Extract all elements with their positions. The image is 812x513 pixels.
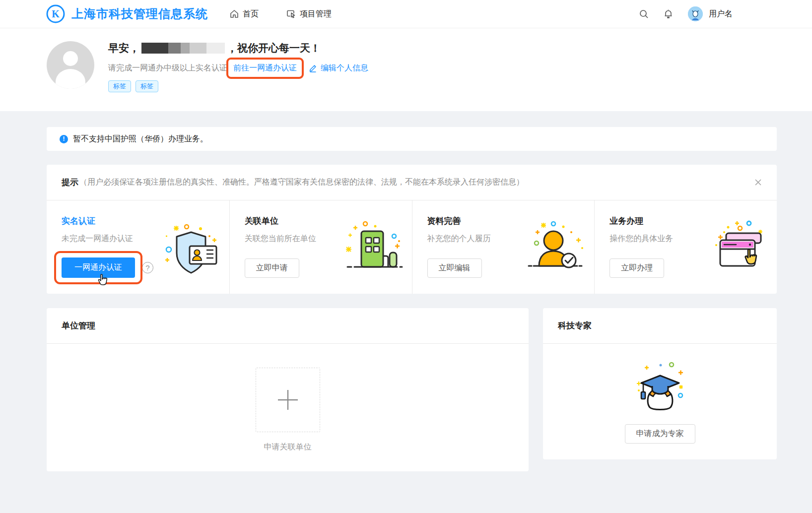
brand-logo-icon: K (46, 4, 66, 24)
nav-item-project-management[interactable]: 项目管理 (286, 9, 332, 19)
tips-title: 提示 (62, 177, 78, 188)
greeting-prefix: 早安， (108, 41, 139, 55)
top-nav: 首页 项目管理 (230, 9, 332, 19)
tag-badge[interactable]: 标签 (108, 80, 131, 92)
nav-item-label: 首页 (243, 9, 259, 19)
quick-action-button-row: 一网通办认证 ? (62, 257, 153, 278)
avatar-head-shape (63, 51, 78, 66)
shield-id-card-icon (161, 222, 221, 280)
building-icon (338, 219, 404, 277)
edit-pen-icon (309, 64, 317, 72)
profile-avatar-placeholder[interactable] (47, 41, 94, 89)
panel-title: 科技专家 (543, 308, 777, 344)
annotated-auth-button: 一网通办认证 (62, 257, 135, 278)
quick-action-profile-complete: 资料完善 补充您的个人履历 立即编辑 (412, 200, 595, 294)
close-icon[interactable] (754, 179, 762, 186)
graduate-expert-icon (630, 362, 690, 411)
notification-bell-icon[interactable] (664, 9, 673, 19)
tips-header: 提示 （用户必须保证各项注册信息的真实性、准确性。严格遵守国家有关信息保密的法律… (47, 165, 777, 200)
greeting-title: 早安， ，祝你开心每一天！ (108, 41, 368, 55)
edit-now-button[interactable]: 立即编辑 (427, 258, 482, 278)
plus-icon (276, 388, 299, 411)
nav-item-label: 项目管理 (300, 9, 332, 19)
auth-notice-text: 请完成一网通办中级以上实名认证 (108, 63, 227, 73)
banner-text: 暂不支持中国护照（华侨）办理业务。 (73, 134, 208, 144)
brand: K 上海市科技管理信息系统 (46, 4, 208, 24)
hero-section: 早安， ，祝你开心每一天！ 请完成一网通办中级以上实名认证 前往一网通办认证 编… (0, 28, 812, 111)
user-avatar[interactable] (688, 6, 703, 21)
nav-item-home[interactable]: 首页 (230, 9, 259, 19)
edit-profile-label: 编辑个人信息 (321, 63, 368, 73)
redacted-username (141, 43, 225, 54)
quick-action-button-row: 立即编辑 (427, 258, 482, 278)
handle-now-button[interactable]: 立即办理 (609, 258, 664, 278)
hand-cursor-icon (97, 274, 108, 289)
quick-actions-row: 实名认证 未完成一网通办认证 一网通办认证 ? (47, 200, 777, 294)
tips-body: （用户必须保证各项注册信息的真实性、准确性。严格遵守国家有关信息保密的法律、法规… (79, 177, 524, 188)
main-content: ! 暂不支持中国护照（华侨）办理业务。 提示 （用户必须保证各项注册信息的真实性… (47, 127, 777, 471)
quick-action-button-row: 立即办理 (609, 258, 664, 278)
bottom-row: 单位管理 申请关联单位 科技专家 (47, 308, 777, 471)
app-header: K 上海市科技管理信息系统 首页 项目管理 (0, 0, 812, 28)
tips-card: 提示 （用户必须保证各项注册信息的真实性、准确性。严格遵守国家有关信息保密的法律… (47, 165, 777, 294)
quick-action-real-name-auth: 实名认证 未完成一网通办认证 一网通办认证 ? (47, 200, 229, 294)
add-unit-button[interactable] (256, 368, 320, 432)
info-icon: ! (60, 135, 68, 143)
home-icon (230, 9, 239, 18)
svg-text:K: K (52, 8, 60, 19)
project-cursor-icon (286, 9, 296, 18)
go-auth-link[interactable]: 前往一网通办认证 (233, 64, 297, 72)
quick-action-business-handle: 业务办理 操作您的具体业务 立即办理 (594, 200, 777, 294)
panel-title: 单位管理 (47, 308, 529, 344)
hero-main: 早安， ，祝你开心每一天！ 请完成一网通办中级以上实名认证 前往一网通办认证 编… (108, 41, 368, 95)
window-hand-cursor-icon (705, 219, 769, 277)
passport-notice-banner: ! 暂不支持中国护照（华侨）办理业务。 (47, 127, 777, 151)
quick-action-link-unit: 关联单位 关联您当前所在单位 立即申请 (229, 200, 412, 294)
edit-profile-link[interactable]: 编辑个人信息 (309, 63, 368, 73)
expert-panel: 科技专家 (543, 308, 777, 459)
avatar-body-shape (56, 69, 85, 89)
tag-list: 标签 标签 (108, 80, 368, 92)
app-title: 上海市科技管理信息系统 (71, 6, 208, 22)
person-check-icon (524, 219, 586, 277)
unit-panel-body: 申请关联单位 (47, 344, 529, 452)
add-unit-label: 申请关联单位 (264, 442, 312, 452)
username-label[interactable]: 用户名 (709, 9, 733, 19)
unit-management-panel: 单位管理 申请关联单位 (47, 308, 529, 471)
annotated-auth-link: 前往一网通办认证 (233, 63, 297, 73)
expert-panel-body: 申请成为专家 (543, 344, 777, 444)
quick-action-button-row: 立即申请 (245, 258, 299, 278)
greeting-suffix: ，祝你开心每一天！ (227, 41, 321, 55)
auth-notice-row: 请完成一网通办中级以上实名认证 前往一网通办认证 编辑个人信息 (108, 63, 368, 73)
search-icon[interactable] (639, 9, 649, 19)
apply-expert-button[interactable]: 申请成为专家 (625, 424, 695, 444)
header-actions: 用户名 (639, 6, 733, 21)
help-icon[interactable]: ? (142, 262, 153, 273)
apply-now-button[interactable]: 立即申请 (245, 258, 299, 278)
tag-badge[interactable]: 标签 (135, 80, 158, 92)
